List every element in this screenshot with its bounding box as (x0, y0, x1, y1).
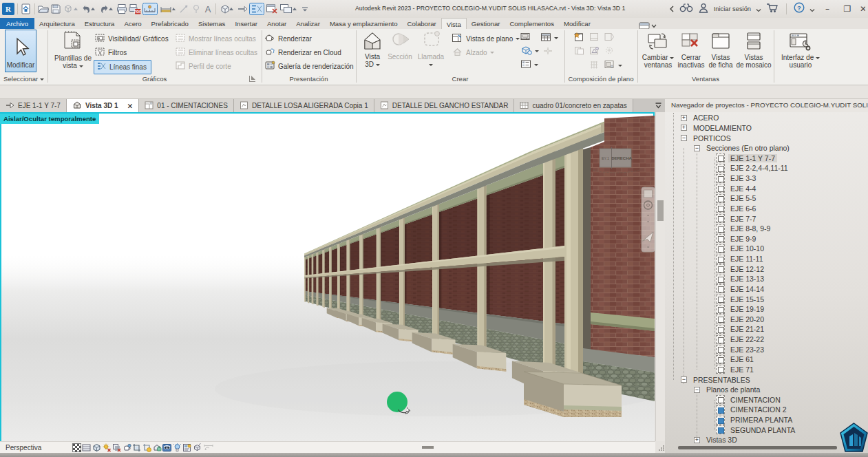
plan-views-button[interactable]: Vistas de plano (452, 33, 520, 44)
default-3d-view-icon[interactable] (219, 3, 235, 14)
tab-views-button[interactable]: Vistasde ficha (706, 31, 735, 70)
ribbon-tab[interactable]: Modificar (559, 18, 595, 29)
ghost-button[interactable] (604, 45, 615, 57)
schedules-button[interactable] (540, 32, 558, 43)
tree-item[interactable]: ACERO (665, 113, 868, 123)
tree-item[interactable]: EJE 9-9 (665, 234, 868, 244)
revit-logo-icon[interactable]: R (2, 3, 14, 15)
visibility-graphics-button[interactable]: Visibilidad/ Gráficos (95, 33, 169, 44)
scope-box-button[interactable] (520, 45, 539, 56)
tree-item[interactable]: EJE 5-5 (665, 193, 868, 204)
close-view-icon[interactable]: ✕ (127, 102, 134, 110)
close-button[interactable]: ✕ (860, 4, 865, 14)
close-inactive-icon[interactable] (266, 3, 278, 14)
tree-item[interactable]: EJE 15-15 (665, 294, 868, 304)
splice-button[interactable] (542, 46, 553, 57)
temporary-hide-isolate-icon[interactable] (162, 443, 171, 452)
new-sheet-button[interactable] (573, 32, 585, 43)
viewport-vertical-scrollbar[interactable] (655, 112, 665, 441)
ribbon-tab[interactable]: Gestionar (467, 18, 505, 29)
tree-item[interactable]: CIMENTACION (665, 395, 868, 405)
cut-profile-button[interactable]: Perfil de corte (176, 61, 231, 72)
graficos-dialog-launcher-icon[interactable] (249, 76, 255, 82)
ribbon-tab[interactable]: Prefabricado (147, 18, 193, 29)
sign-in-button[interactable]: Iniciar sesión (714, 6, 751, 12)
tree-expander-icon[interactable] (694, 387, 700, 393)
view-scale-icon[interactable] (72, 443, 81, 452)
view-tab[interactable]: Vista 3D 1 ✕ (67, 99, 139, 112)
search-icon[interactable] (679, 3, 693, 15)
section-icon[interactable] (237, 3, 248, 14)
ribbon-tab[interactable]: Archivo (0, 18, 34, 29)
tree-item[interactable]: EJE 13-13 (665, 274, 868, 284)
collapse-arrow-icon[interactable] (669, 3, 675, 15)
tree-item[interactable]: EJE 14-14 (665, 284, 868, 295)
save-icon[interactable] (50, 3, 61, 14)
shadows-icon[interactable] (112, 443, 121, 452)
minimize-button[interactable]: – (820, 4, 835, 14)
tree-item[interactable]: EJE 3-3 (665, 173, 868, 184)
tree-item[interactable]: Vistas 3D (665, 435, 868, 445)
tree-expander-icon[interactable] (694, 437, 700, 443)
panel-seleccionar-label[interactable]: Seleccionar (0, 75, 47, 85)
ribbon-tab[interactable]: Acero (119, 18, 146, 29)
tree-item[interactable]: EJE 20-20 (665, 315, 868, 325)
print-icon[interactable] (116, 3, 127, 14)
thin-lines-button[interactable]: Líneas finas (94, 60, 151, 74)
tree-expander-icon[interactable] (694, 145, 700, 151)
store-cart-icon[interactable] (766, 3, 779, 16)
tree-item[interactable]: PRIMERA PLANTA (665, 415, 868, 425)
tree-item[interactable]: EJE 21-21 (665, 324, 868, 334)
undo-icon[interactable] (81, 3, 97, 14)
reveal-hidden-icon[interactable] (173, 443, 182, 452)
help-icon[interactable]: ? (794, 2, 805, 16)
tag-icon[interactable] (191, 3, 202, 14)
qat-menu-icon[interactable] (300, 3, 310, 14)
tree-item[interactable]: EJE 23-23 (665, 344, 868, 354)
tree-item[interactable]: EJE 12-12 (665, 264, 868, 274)
viewport-horizontal-scrollbar[interactable] (422, 446, 434, 449)
close-inactive-button[interactable]: Cerrarinactivas (675, 31, 707, 70)
tree-item[interactable]: Secciones (En otro plano) (665, 143, 868, 153)
switch-windows-icon[interactable] (279, 3, 299, 14)
locked-3d-icon[interactable] (153, 443, 162, 452)
ribbon-tab[interactable]: Masa y emplazamiento (325, 18, 403, 29)
help-caret-icon[interactable] (809, 3, 815, 15)
ribbon-tab[interactable]: Estructura (80, 18, 120, 29)
view-tab[interactable]: DETALLE LOSA ALIGERADA Copia 1 (234, 99, 374, 112)
tree-item[interactable]: PRESENTABLES (665, 374, 868, 385)
render-gallery-button[interactable]: Galería de renderización (264, 61, 354, 72)
tree-item[interactable]: EJE 10-10 (665, 244, 868, 254)
user-icon[interactable] (698, 3, 709, 16)
switch-windows-button[interactable]: Cambiar ventanas (643, 31, 673, 70)
ribbon-tab[interactable]: Vista (441, 18, 467, 29)
sign-in-caret-icon[interactable] (756, 3, 761, 15)
tree-item[interactable]: EJE 6-6 (665, 204, 868, 214)
export-pdf-icon[interactable]: PDF (129, 3, 141, 14)
constraints-icon[interactable] (203, 443, 215, 452)
callout-button[interactable]: Llamada (415, 30, 447, 69)
tree-item[interactable]: EJE 19-19 (665, 304, 868, 315)
tile-views-button[interactable]: Vistasde mosaico (735, 31, 772, 70)
detail-level-icon[interactable] (82, 443, 91, 452)
ribbon-tab[interactable]: Sistemas (193, 18, 230, 29)
ribbon-display-toggle-icon[interactable] (639, 20, 657, 28)
redo-icon[interactable] (98, 3, 115, 14)
3d-view-button[interactable]: Vista3D (359, 30, 386, 69)
show-hidden-lines-button[interactable]: Mostrar líneas ocultas (176, 33, 256, 44)
guide-grid-button[interactable] (589, 60, 600, 71)
tree-item[interactable]: EJE 4-4 (665, 183, 868, 193)
scrollbar-thumb[interactable] (657, 200, 664, 221)
view-tab[interactable]: DETALLE DEL GANCHO ESTANDAR (374, 99, 515, 112)
measure-icon[interactable] (142, 3, 158, 15)
view-tab[interactable]: EJE 1-1 Y 7-7 (0, 99, 67, 112)
aligned-dimension-icon[interactable] (159, 3, 177, 14)
render-button[interactable]: Renderizar (264, 33, 312, 44)
sheet-button[interactable] (520, 32, 531, 43)
remove-hidden-lines-button[interactable]: Eliminar líneas ocultas (176, 47, 257, 58)
tree-item[interactable]: MODELAMIENTO (665, 123, 868, 134)
sync-icon[interactable] (63, 3, 79, 14)
displaced-elements-icon[interactable] (193, 443, 202, 452)
render-in-cloud-button[interactable]: Renderizar en Cloud (264, 47, 341, 58)
ribbon-tab[interactable]: Arquitectura (34, 18, 80, 29)
